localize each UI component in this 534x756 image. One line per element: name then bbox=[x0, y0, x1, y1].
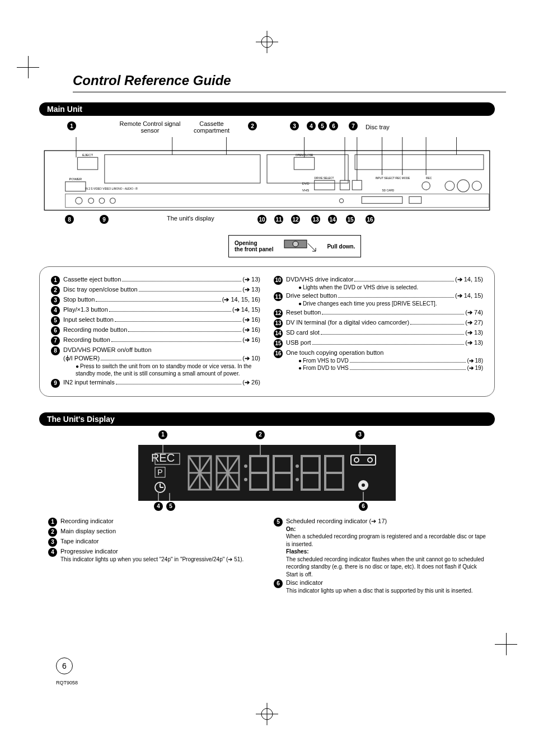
svg-text:POWER: POWER bbox=[69, 177, 82, 181]
d-callout-5: 5 bbox=[166, 502, 175, 511]
display-legend-item: 5Scheduled recording indicator (➔ 17)On:… bbox=[274, 517, 486, 578]
front-panel-note: Opening the front panel Pull down. bbox=[228, 235, 361, 257]
svg-point-84 bbox=[362, 483, 365, 487]
callout-11: 11 bbox=[274, 215, 283, 224]
display-header: The Unit's Display bbox=[39, 412, 495, 426]
unit-illustration: EJECT POWER OPEN/CLOSE IN 2 S VIDEO VIDE… bbox=[44, 137, 490, 212]
crop-mark-br bbox=[495, 633, 517, 655]
legend-item: 10DVD/VHS drive indicator (➔ 14, 15)●Lig… bbox=[274, 275, 483, 291]
d-callout-1: 1 bbox=[158, 430, 167, 439]
callout-13: 13 bbox=[311, 215, 320, 224]
svg-text:INPUT SELECT  REC MODE: INPUT SELECT REC MODE bbox=[375, 177, 410, 180]
svg-text:IN 2   S VIDEO  VIDEO        L: IN 2 S VIDEO VIDEO L/MONO - AUDIO - R bbox=[85, 187, 138, 190]
label-unit-display: The unit's display bbox=[167, 215, 214, 222]
legend-item: 1Cassette eject button (➔ 13) bbox=[51, 275, 260, 285]
legend-item: 9IN2 input terminals (➔ 26) bbox=[51, 378, 260, 388]
callout-3: 3 bbox=[290, 121, 299, 130]
svg-point-79 bbox=[296, 478, 299, 481]
svg-text:VHS: VHS bbox=[302, 189, 309, 192]
legend-item: 13DV IN terminal (for a digital video ca… bbox=[274, 318, 483, 328]
svg-point-49 bbox=[293, 241, 298, 247]
display-legend-item: 6Disc indicatorThis indicator lights up … bbox=[274, 579, 486, 594]
callout-2: 2 bbox=[248, 121, 257, 130]
callout-10: 10 bbox=[257, 215, 266, 224]
callout-16: 16 bbox=[366, 215, 374, 224]
display-legend-item: 4Progressive indicatorThis indicator lig… bbox=[48, 547, 260, 563]
main-unit-header: Main Unit bbox=[39, 102, 495, 116]
label-remote-sensor: Remote Control signal sensor bbox=[116, 120, 184, 134]
main-unit-diagram: 1 Remote Control signal sensor Cassette … bbox=[39, 120, 495, 257]
svg-text:P: P bbox=[157, 468, 162, 477]
legend-item: 4Play/×1.3 button (➔ 14, 15) bbox=[51, 306, 260, 315]
callout-9: 9 bbox=[100, 215, 109, 224]
legend-item: 2Disc tray open/close button (➔ 13) bbox=[51, 285, 260, 295]
svg-text:REC: REC bbox=[426, 177, 432, 180]
callout-4: 4 bbox=[307, 121, 316, 130]
title-rule bbox=[73, 92, 506, 92]
registration-mark-top bbox=[256, 31, 278, 53]
svg-text:EJECT: EJECT bbox=[82, 153, 93, 157]
front-panel-icon bbox=[283, 239, 317, 253]
legend-item: 15USB port (➔ 13) bbox=[274, 339, 483, 348]
legend-item: 7Recording button (➔ 16) bbox=[51, 336, 260, 345]
svg-point-76 bbox=[244, 464, 247, 468]
svg-text:DVD: DVD bbox=[302, 182, 310, 185]
callout-5: 5 bbox=[318, 121, 327, 130]
display-legend-item: 3Tape indicator bbox=[48, 537, 260, 547]
svg-text:DRIVE SELECT: DRIVE SELECT bbox=[315, 177, 334, 180]
page-title: Control Reference Guide bbox=[73, 73, 506, 88]
legend-item: 8DVD/VHS POWER on/off button(ϕ/I POWER) … bbox=[51, 346, 260, 378]
legend-item: 3Stop button (➔ 14, 15, 16) bbox=[51, 295, 260, 305]
display-legend-item: 2Main display section bbox=[48, 527, 260, 537]
display-legend-item: 1Recording indicator bbox=[48, 517, 260, 527]
main-unit-legend: 1Cassette eject button (➔ 13)2Disc tray … bbox=[39, 266, 495, 397]
callout-15: 15 bbox=[346, 215, 355, 224]
callout-12: 12 bbox=[291, 215, 300, 224]
crop-mark-tl bbox=[17, 56, 39, 78]
callout-14: 14 bbox=[328, 215, 337, 224]
page-number: 6 bbox=[56, 658, 73, 674]
d-callout-6: 6 bbox=[359, 502, 368, 511]
legend-item: 11Drive select button (➔ 14, 15)●Drive c… bbox=[274, 292, 483, 307]
display-legend: 1Recording indicator2Main display sectio… bbox=[39, 516, 495, 595]
callout-1: 1 bbox=[67, 121, 76, 130]
legend-item: 5Input select button (➔ 16) bbox=[51, 316, 260, 325]
registration-mark-bottom bbox=[256, 703, 278, 725]
svg-text:SD CARD: SD CARD bbox=[382, 189, 395, 192]
label-cassette: Cassette compartment bbox=[184, 120, 240, 134]
d-callout-4: 4 bbox=[154, 502, 163, 511]
legend-item: 6Recording mode button (➔ 16) bbox=[51, 326, 260, 335]
display-illustration: REC P bbox=[138, 445, 396, 501]
svg-point-77 bbox=[244, 478, 247, 481]
d-callout-2: 2 bbox=[256, 430, 265, 439]
callout-8: 8 bbox=[65, 215, 74, 224]
legend-item: 12Reset button (➔ 74) bbox=[274, 308, 483, 318]
callout-6: 6 bbox=[329, 121, 338, 130]
d-callout-3: 3 bbox=[355, 430, 364, 439]
callout-7: 7 bbox=[349, 121, 358, 130]
document-id: RQT9058 bbox=[56, 680, 78, 685]
legend-item: 16One touch copying operation button●Fro… bbox=[274, 349, 483, 372]
svg-point-78 bbox=[296, 464, 299, 468]
label-disc-tray: Disc tray bbox=[366, 124, 390, 130]
legend-item: 14SD card slot (➔ 13) bbox=[274, 328, 483, 338]
